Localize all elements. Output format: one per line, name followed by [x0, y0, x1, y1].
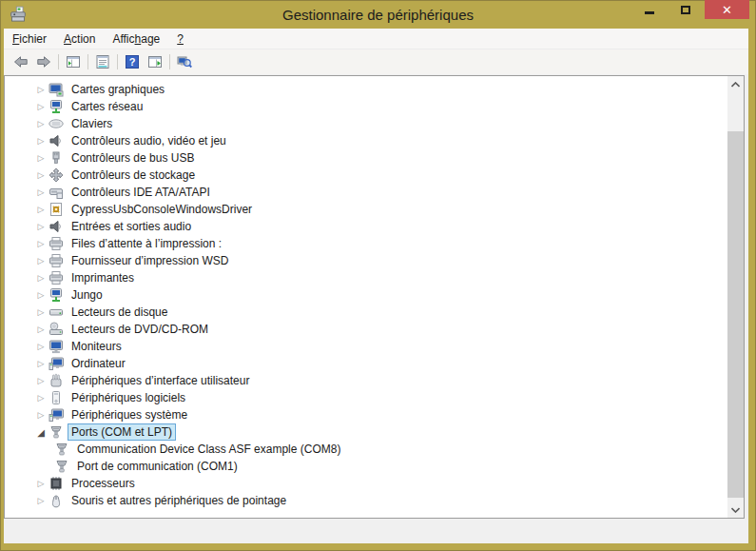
vertical-scrollbar[interactable] [727, 76, 744, 518]
tree-item-label[interactable]: Lecteurs de DVD/CD-ROM [68, 321, 212, 338]
expand-icon[interactable]: ▷ [33, 102, 48, 111]
tree-item-label[interactable]: Souris et autres périphériques de pointa… [68, 492, 290, 509]
tree-item-label[interactable]: Communication Device Class ASF example (… [73, 441, 344, 458]
tree-item-label[interactable]: Lecteurs de disque [68, 304, 171, 321]
tree-item[interactable]: ▷Processeurs [5, 475, 727, 492]
titlebar[interactable]: Gestionnaire de périphériques ✕ [0, 0, 756, 29]
tree-item-label[interactable]: CypressUsbConsoleWindowsDriver [68, 201, 256, 218]
scan-hardware-button[interactable] [173, 51, 196, 72]
tree-item-label[interactable]: Cartes réseau [68, 98, 146, 115]
tree-item[interactable]: ▷Périphériques système [5, 406, 727, 423]
tree-item[interactable]: ▷Périphériques d’interface utilisateur [5, 372, 727, 389]
expand-icon[interactable]: ▷ [33, 410, 48, 420]
expand-icon[interactable]: ▷ [33, 325, 48, 334]
mouse-icon [48, 493, 64, 508]
software-device-icon [48, 390, 64, 405]
menu-fichier[interactable]: Fichier [4, 30, 55, 49]
expand-icon[interactable]: ▷ [33, 239, 48, 248]
tree-item[interactable]: Port de communication (COM1) [5, 458, 727, 475]
tree-item-label[interactable]: Contrôleurs audio, vidéo et jeu [68, 132, 230, 149]
tree-item-label[interactable]: Ordinateur [68, 355, 129, 372]
tree-item[interactable]: ◢Ports (COM et LPT) [5, 423, 727, 441]
tree-item[interactable]: ▷Jungo [5, 286, 727, 304]
menu-?[interactable]: ? [168, 30, 192, 49]
tree-item[interactable]: ▷Moniteurs [5, 338, 727, 355]
tree-item-label[interactable]: Contrôleurs de stockage [68, 167, 199, 184]
tree-item-label[interactable]: Files d’attente à l’impression : [68, 235, 225, 252]
expand-icon[interactable]: ▷ [33, 376, 48, 385]
tree-item[interactable]: ▷Claviers [5, 115, 727, 132]
maximize-button[interactable] [667, 0, 705, 19]
show-console-tree-button[interactable] [62, 51, 85, 72]
help-button[interactable]: ? [121, 51, 144, 72]
tree-item[interactable]: ▷Entrées et sorties audio [5, 218, 727, 235]
tree-item[interactable]: ▷Cartes réseau [5, 98, 727, 115]
tree-item-label[interactable]: Cartes graphiques [68, 81, 168, 98]
expand-icon[interactable]: ▷ [33, 205, 48, 214]
close-button[interactable]: ✕ [705, 0, 749, 19]
forward-button[interactable] [32, 51, 55, 72]
tree-item-label[interactable]: Processeurs [68, 475, 139, 492]
tree-item[interactable]: ▷Contrôleurs audio, vidéo et jeu [5, 132, 727, 149]
expand-icon[interactable]: ▷ [33, 85, 48, 94]
properties-icon [95, 54, 110, 69]
tree-item-label[interactable]: Fournisseur d’impression WSD [68, 252, 232, 269]
minimize-button[interactable] [632, 0, 667, 19]
expand-icon[interactable]: ▷ [33, 307, 48, 317]
tree-item[interactable]: ▷Contrôleurs IDE ATA/ATAPI [5, 184, 727, 201]
expand-icon[interactable]: ▷ [33, 342, 48, 351]
tree-item[interactable]: ▷Souris et autres périphériques de point… [5, 492, 727, 509]
scroll-up-button[interactable] [727, 76, 744, 92]
expand-icon[interactable]: ▷ [33, 359, 48, 368]
tree-item[interactable]: ▷Lecteurs de disque [5, 304, 727, 321]
tree-item-label[interactable]: Moniteurs [68, 338, 126, 355]
tree-item-label[interactable]: Contrôleurs de bus USB [68, 149, 198, 167]
chevron-up-icon [731, 82, 740, 88]
tree-item-label[interactable]: Contrôleurs IDE ATA/ATAPI [68, 184, 214, 201]
tree-item[interactable]: ▷CypressUsbConsoleWindowsDriver [5, 201, 727, 218]
tree-item-label[interactable]: Imprimantes [68, 269, 138, 286]
collapse-icon[interactable]: ◢ [33, 427, 48, 438]
tree-item[interactable]: ▷Files d’attente à l’impression : [5, 235, 727, 252]
tree-item-label[interactable]: Jungo [68, 286, 107, 304]
menu-action[interactable]: Action [55, 30, 104, 49]
expand-icon[interactable]: ▷ [33, 119, 48, 128]
tree-item[interactable]: ▷Lecteurs de DVD/CD-ROM [5, 321, 727, 338]
tree-item[interactable]: Communication Device Class ASF example (… [5, 441, 727, 458]
tree-item-label[interactable]: Périphériques système [68, 406, 191, 423]
show-action-pane-button[interactable] [144, 51, 166, 72]
close-icon: ✕ [722, 4, 732, 16]
scroll-down-button[interactable] [727, 502, 744, 518]
tree-item-label[interactable]: Ports (COM et LPT) [68, 423, 176, 441]
back-button[interactable] [10, 51, 32, 72]
expand-icon[interactable]: ▷ [33, 393, 48, 403]
expand-icon[interactable]: ▷ [33, 256, 48, 266]
tree-item[interactable]: ▷Ordinateur [5, 355, 727, 372]
tree-item-label[interactable]: Claviers [68, 115, 116, 132]
expand-icon[interactable]: ▷ [33, 170, 48, 180]
keyboard-icon [48, 116, 64, 131]
expand-icon[interactable]: ▷ [33, 273, 48, 283]
expand-icon[interactable]: ▷ [33, 136, 48, 146]
tree-item[interactable]: ▷Cartes graphiques [5, 81, 727, 98]
forward-icon [36, 54, 51, 69]
tree-item[interactable]: ▷Imprimantes [5, 269, 727, 286]
tree-item[interactable]: ▷Contrôleurs de bus USB [5, 149, 727, 167]
properties-button[interactable] [91, 51, 114, 72]
tree-item-label[interactable]: Entrées et sorties audio [68, 218, 195, 235]
expand-icon[interactable]: ▷ [33, 153, 48, 163]
expand-icon[interactable]: ▷ [33, 187, 48, 197]
expand-icon[interactable]: ▷ [33, 290, 48, 300]
expand-icon[interactable]: ▷ [33, 479, 48, 488]
tree-item-label[interactable]: Périphériques logiciels [68, 389, 189, 406]
tree-item-label[interactable]: Périphériques d’interface utilisateur [68, 372, 253, 389]
cdrom-drive-icon [48, 322, 64, 337]
scrollbar-thumb[interactable] [727, 131, 744, 498]
tree-item[interactable]: ▷Périphériques logiciels [5, 389, 727, 406]
menu-affichage[interactable]: Affichage [104, 30, 168, 49]
tree-item-label[interactable]: Port de communication (COM1) [73, 458, 242, 475]
tree-item[interactable]: ▷Fournisseur d’impression WSD [5, 252, 727, 269]
expand-icon[interactable]: ▷ [33, 496, 48, 505]
tree-item[interactable]: ▷Contrôleurs de stockage [5, 167, 727, 184]
expand-icon[interactable]: ▷ [33, 222, 48, 231]
